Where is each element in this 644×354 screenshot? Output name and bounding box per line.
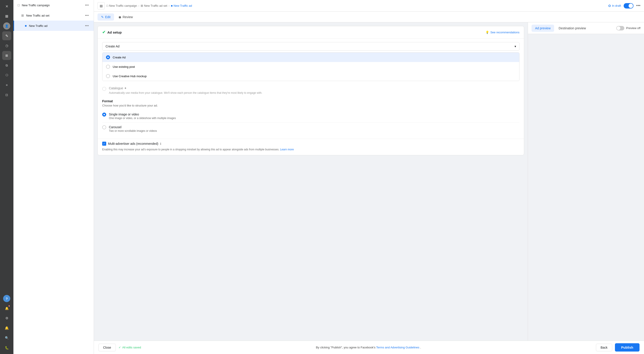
format-single-sublabel: One image or video, or a slideshow with …: [109, 117, 176, 120]
status-toggle[interactable]: [624, 3, 634, 9]
multi-adv-header: ✓ Multi-advertiser ads (recommended) ℹ: [102, 142, 520, 146]
publish-button[interactable]: Publish: [615, 343, 640, 351]
back-button[interactable]: Back: [596, 344, 612, 351]
layers-icon[interactable]: ≡: [2, 81, 11, 90]
clock-icon[interactable]: ◷: [2, 41, 11, 50]
toggle-knob: [628, 4, 633, 8]
book-icon[interactable]: ⊡: [2, 90, 11, 99]
breadcrumb-campaign-icon: □: [106, 4, 108, 8]
preview-tab-bar: Ad preview Destination preview Preview o…: [528, 22, 644, 34]
chart-bar-icon[interactable]: ▦: [2, 12, 11, 21]
ad-setup-title: Ad setup: [107, 31, 122, 34]
catalogue-section: Catalogue ✦ Automatically use media from…: [98, 83, 524, 99]
topbar-more-button[interactable]: •••: [636, 3, 640, 8]
see-recommendations-button[interactable]: 💡 See recommendations: [486, 31, 520, 34]
radio-create-ad: [106, 55, 110, 59]
campaign-item-campaign[interactable]: □ New Traffic campaign •••: [14, 0, 94, 10]
catalogue-title-label: Catalogue: [109, 86, 123, 90]
breadcrumb-ad[interactable]: ■ New Traffic ad: [171, 4, 192, 8]
topbar-right: In draft •••: [608, 3, 640, 9]
radio-creative-hub: [106, 74, 110, 78]
option-creative-hub[interactable]: Use Creative Hub mockup: [102, 71, 519, 81]
preview-toggle-knob: [617, 27, 620, 30]
format-section: Format Choose how you'd like to structur…: [98, 99, 524, 139]
draft-circle-icon: [608, 5, 611, 7]
multi-adv-description: Enabling this may increase your ad's exp…: [102, 147, 520, 152]
format-option-single[interactable]: Single image or video One image or video…: [102, 110, 520, 122]
option-existing-post[interactable]: Use existing post: [102, 62, 519, 71]
option-existing-post-label: Use existing post: [113, 65, 135, 69]
pencil-icon[interactable]: ✎: [2, 31, 11, 40]
multi-adv-checkbox[interactable]: ✓: [102, 142, 106, 146]
question-icon[interactable]: ?: [3, 295, 10, 302]
all-edits-saved: ✓ All edits saved: [118, 346, 141, 349]
review-tab-icon: ◉: [118, 15, 121, 19]
gear-icon[interactable]: ⚙: [2, 314, 11, 323]
option-create-ad-label: Create Ad: [113, 56, 126, 59]
edit-tab-label: Edit: [105, 15, 110, 19]
terms-link[interactable]: Terms and Advertising Guidelines: [376, 346, 419, 349]
campaign-item-ad[interactable]: ■ New Traffic ad •••: [14, 21, 94, 31]
breadcrumb-sep-2: ›: [168, 4, 170, 8]
ad-type-dropdown-value: Create Ad: [106, 45, 120, 48]
ad-setup-card-header: ✔ Ad setup 💡 See recommendations: [98, 26, 524, 39]
people-icon[interactable]: ⚇: [2, 71, 11, 80]
format-option-carousel[interactable]: Carousel Two or more scrollable images o…: [102, 122, 520, 135]
format-description: Choose how you'd like to structure your …: [102, 104, 520, 107]
option-create-ad[interactable]: Create Ad: [102, 53, 519, 62]
sidebar-toggle-button[interactable]: ▤: [98, 2, 105, 10]
terms-text: By clicking "Publish", you agree to Face…: [316, 346, 421, 349]
close-icon[interactable]: ✕: [2, 2, 11, 11]
breadcrumb-ad-icon: ■: [171, 4, 173, 8]
campaign-tree-panel: □ New Traffic campaign ••• ⊞ New Traffic…: [14, 0, 94, 354]
preview-toggle-switch[interactable]: [616, 26, 624, 31]
preview-off-toggle: Preview off: [616, 26, 640, 31]
tab-edit[interactable]: ✎ Edit: [98, 14, 114, 21]
ad-setup-card: ✔ Ad setup 💡 See recommendations Create …: [98, 26, 524, 155]
breadcrumb-sep-1: ›: [138, 4, 139, 8]
bulb-icon: 💡: [486, 31, 489, 34]
copy-icon[interactable]: ⧉: [2, 61, 11, 70]
learn-more-link[interactable]: Learn more: [280, 148, 294, 151]
adset-item-label: New Traffic ad set: [26, 14, 84, 17]
ad-more-icon[interactable]: •••: [84, 23, 90, 28]
notification-icon[interactable]: 🔔 1: [2, 304, 11, 313]
multi-adv-desc-text: Enabling this may increase your ad's exp…: [102, 148, 279, 151]
tab-review[interactable]: ◉ Review: [115, 14, 136, 21]
tab-destination-preview[interactable]: Destination preview: [555, 25, 590, 32]
sidebar-icons-panel: ✕ ▦ 👤 ✎ ◷ ⊞ ⧉ ⚇ ≡ ⊡ ? 🔔 1 ⚙ 🔔 🔍 🐛: [0, 0, 14, 354]
campaign-icon: □: [18, 3, 20, 7]
catalogue-radio[interactable]: [102, 87, 106, 91]
main-content-area: ▤ □ New Traffic campaign › ⊞ New Traffic…: [94, 0, 644, 354]
info-icon[interactable]: ℹ: [160, 142, 161, 145]
dropdown-options-list: Create Ad Use existing post Use Creative…: [102, 52, 520, 81]
format-carousel-sublabel: Two or more scrollable images or videos: [109, 129, 157, 133]
bug-icon[interactable]: 🐛: [2, 343, 11, 352]
preview-panel: Ad preview Destination preview Preview o…: [528, 22, 644, 340]
breadcrumb-campaign[interactable]: □ New Traffic campaign: [106, 4, 137, 8]
close-button[interactable]: Close: [98, 344, 116, 351]
adset-more-icon[interactable]: •••: [84, 13, 90, 18]
breadcrumb-adset-label: New Traffic ad set: [144, 4, 167, 8]
edit-tab-icon: ✎: [101, 15, 104, 19]
tab-ad-preview[interactable]: Ad preview: [532, 25, 554, 32]
campaign-more-icon[interactable]: •••: [84, 3, 90, 8]
search-icon[interactable]: 🔍: [2, 333, 11, 342]
check-icon: ✓: [118, 346, 121, 349]
body-area: ✔ Ad setup 💡 See recommendations Create …: [94, 22, 644, 340]
campaign-item-label: New Traffic campaign: [22, 4, 84, 7]
grid-icon[interactable]: ⊞: [2, 51, 11, 60]
campaign-item-adset[interactable]: ⊞ New Traffic ad set •••: [14, 10, 94, 21]
see-recommendations-label: See recommendations: [490, 31, 520, 34]
breadcrumb: □ New Traffic campaign › ⊞ New Traffic a…: [106, 4, 607, 8]
ad-type-dropdown[interactable]: Create Ad ▾: [102, 42, 520, 51]
breadcrumb-adset[interactable]: ⊞ New Traffic ad set: [141, 4, 167, 8]
radio-existing-post: [106, 65, 110, 69]
bell-icon[interactable]: 🔔: [2, 323, 11, 332]
top-bar: ▤ □ New Traffic campaign › ⊞ New Traffic…: [94, 0, 644, 12]
catalogue-desc: Automatically use media from your catalo…: [109, 91, 262, 95]
dropdown-chevron-icon: ▾: [514, 45, 516, 48]
avatar-icon[interactable]: 👤: [3, 22, 10, 30]
catalogue-title-group: Catalogue ✦: [109, 86, 262, 90]
ad-setup-panel: ✔ Ad setup 💡 See recommendations Create …: [94, 22, 528, 340]
